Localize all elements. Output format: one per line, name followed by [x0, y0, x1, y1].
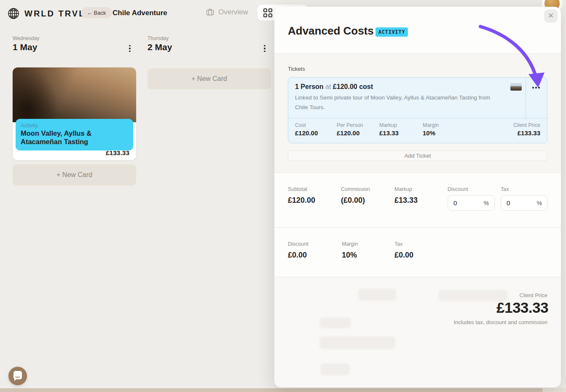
- breakdown-markup: Markup £13.33: [379, 122, 399, 137]
- commission-field: Commission (£0.00): [341, 186, 370, 205]
- blurred-background-shape: [319, 317, 351, 328]
- column-header: Wednesday 1 May: [13, 35, 136, 61]
- card-type-label: Activity: [21, 122, 128, 129]
- tab-overview-label: Overview: [218, 8, 248, 16]
- day-label: Wednesday: [13, 35, 136, 41]
- add-ticket-button[interactable]: Add Ticket: [288, 150, 547, 161]
- ticket-linked-note: Linked to Semi private tour of Moon Vall…: [295, 93, 502, 113]
- column-header: Thursday 2 May: [148, 35, 271, 61]
- close-icon[interactable]: ✕: [544, 9, 558, 23]
- date-label: 2 May: [148, 42, 271, 52]
- ticket-people: 1 Person: [295, 83, 324, 90]
- totals-section: Discount £0.00 Margin 10% Tax £0.00: [274, 228, 561, 277]
- ticket-ellipsis-menu-button[interactable]: [530, 83, 542, 92]
- ticket-at-label: at: [325, 83, 331, 90]
- percent-suffix: %: [537, 200, 542, 207]
- new-card-button[interactable]: + New Card: [148, 68, 271, 89]
- client-price-value: £133.33: [496, 299, 548, 316]
- ticket-summary: 1 Person at £120.00 cost Linked to Semi …: [288, 78, 526, 118]
- percent-suffix: %: [484, 200, 489, 207]
- chat-widget-button[interactable]: [8, 367, 27, 385]
- client-price-section: Client Price £133.33 Includes tax, disco…: [274, 277, 561, 387]
- ticket-cost-breakdown: Cost £120.00 Per Person £120.00 Markup £…: [288, 118, 547, 143]
- blurred-background-shape: [320, 363, 350, 375]
- horizontal-scrollbar-track[interactable]: [0, 388, 566, 392]
- discount-percent-field: Discount %: [448, 186, 495, 211]
- day-label: Thursday: [148, 35, 271, 41]
- ticket-cost-text: £120.00 cost: [333, 83, 373, 90]
- margin-total-field: Margin 10%: [342, 241, 358, 260]
- card-price: £133.33: [106, 149, 129, 157]
- column-menu-button[interactable]: [260, 43, 269, 54]
- activity-card-image: [13, 67, 136, 122]
- back-button[interactable]: ← Back: [81, 7, 112, 18]
- client-price-note: Includes tax, discount and commission: [453, 319, 547, 325]
- markup-field: Markup £13.33: [394, 186, 418, 205]
- brand-logo: WRLD TRVL: [7, 7, 85, 20]
- ticket-row: 1 Person at £120.00 cost Linked to Semi …: [288, 77, 547, 143]
- modal-header: Advanced Costs ACTIVITY ✕: [274, 7, 561, 54]
- activity-card-chip: Activity Moon Valley, Ayllus & Atacameña…: [16, 119, 133, 150]
- advanced-costs-modal: Advanced Costs ACTIVITY ✕ Tickets 1 Pers…: [274, 7, 561, 387]
- modal-title: Advanced Costs: [288, 24, 374, 38]
- briefcase-icon: [206, 8, 215, 16]
- discount-total-field: Discount £0.00: [288, 241, 308, 260]
- tickets-section: Tickets 1 Person at £120.00 cost Linked …: [274, 54, 561, 173]
- date-label: 1 May: [13, 42, 136, 52]
- tax-input-box: %: [501, 195, 548, 211]
- horizontal-scrollbar-thumb[interactable]: [0, 388, 543, 392]
- day-column-thursday: Thursday 2 May + New Card: [148, 35, 271, 61]
- tax-total-field: Tax £0.00: [394, 241, 413, 260]
- activity-card[interactable]: Activity Moon Valley, Ayllus & Atacameña…: [13, 67, 136, 160]
- chat-bubble-icon: [13, 371, 22, 379]
- breakdown-client-price: Client Price £133.33: [513, 122, 540, 137]
- column-menu-button[interactable]: [125, 43, 134, 54]
- breakdown-cost: Cost £120.00: [295, 122, 318, 137]
- blurred-background-shape: [358, 289, 396, 301]
- ticket-headline: 1 Person at £120.00 cost: [295, 83, 519, 91]
- trip-title: Chile Adventure: [113, 9, 167, 17]
- blurred-background-shape: [319, 336, 395, 349]
- tax-input[interactable]: [507, 199, 532, 207]
- discount-input[interactable]: [453, 199, 479, 207]
- activity-badge: ACTIVITY: [376, 27, 408, 37]
- ticket-divider: [526, 78, 526, 119]
- tickets-section-label: Tickets: [288, 66, 305, 72]
- brand-name: WRLD TRVL: [24, 9, 85, 19]
- card-title: Moon Valley, Ayllus & Atacameñan Tasting: [21, 129, 128, 146]
- ticket-thumbnail-image: [510, 83, 522, 91]
- grid-view-icon: [263, 8, 272, 17]
- breakdown-per-person: Per Person £120.00: [337, 122, 363, 137]
- summary-section: Subtotal £120.00 Commission (£0.00) Mark…: [274, 173, 561, 228]
- discount-input-box: %: [448, 195, 495, 211]
- day-column-wednesday: Wednesday 1 May Activity Moon Valley, Ay…: [13, 35, 136, 61]
- tax-percent-field: Tax %: [501, 186, 548, 211]
- globe-icon: [7, 7, 20, 20]
- new-card-button[interactable]: + New Card: [13, 164, 136, 185]
- client-price-label: Client Price: [520, 292, 547, 298]
- breakdown-margin: Margin 10%: [423, 122, 439, 137]
- subtotal-field: Subtotal £120.00: [288, 186, 315, 205]
- tab-overview[interactable]: Overview: [206, 8, 248, 16]
